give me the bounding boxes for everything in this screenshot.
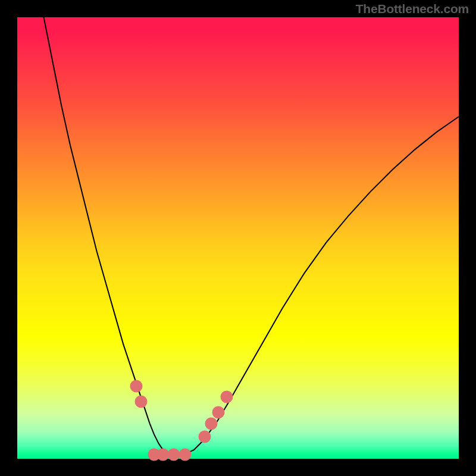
data-point-right-cluster-3 [212, 406, 224, 419]
watermark-text: TheBottleneck.com [356, 2, 469, 16]
data-point-right-cluster-2 [205, 417, 218, 430]
bottleneck-curve [17, 17, 459, 459]
data-point-floor-4 [178, 448, 191, 461]
data-point-left-cluster-2 [134, 395, 147, 408]
chart-frame: TheBottleneck.com [0, 0, 476, 476]
data-point-right-cluster-1 [199, 430, 211, 443]
data-point-left-cluster-1 [130, 380, 143, 392]
data-point-right-cluster-4 [221, 391, 233, 403]
plot-area [17, 17, 459, 459]
